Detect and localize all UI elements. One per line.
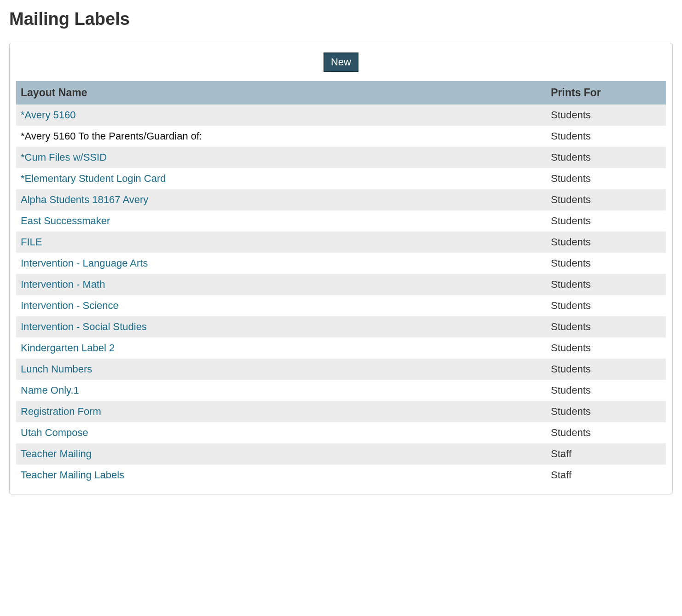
layout-link[interactable]: *Elementary Student Login Card (21, 173, 166, 184)
cell-layout-name: East Successmaker (16, 210, 546, 232)
cell-layout-name: Intervention - Math (16, 274, 546, 295)
cell-layout-name: *Cum Files w/SSID (16, 147, 546, 168)
cell-prints-for: Students (546, 147, 666, 168)
col-header-layout-name: Layout Name (16, 81, 546, 105)
table-row: Alpha Students 18167 AveryStudents (16, 189, 666, 210)
cell-prints-for: Students (546, 189, 666, 210)
layout-link[interactable]: Registration Form (21, 406, 101, 417)
cell-layout-name: Kindergarten Label 2 (16, 337, 546, 359)
table-row: Name Only.1Students (16, 380, 666, 401)
table-row: Lunch NumbersStudents (16, 359, 666, 380)
layout-link[interactable]: Teacher Mailing Labels (21, 469, 124, 481)
cell-prints-for: Students (546, 359, 666, 380)
table-row: Registration FormStudents (16, 401, 666, 422)
cell-layout-name: Teacher Mailing (16, 443, 546, 465)
cell-layout-name: FILE (16, 232, 546, 253)
cell-layout-name: *Elementary Student Login Card (16, 168, 546, 189)
button-row: New (16, 52, 666, 72)
cell-layout-name: Name Only.1 (16, 380, 546, 401)
table-row: Teacher Mailing LabelsStaff (16, 465, 666, 486)
cell-layout-name: Registration Form (16, 401, 546, 422)
mailing-labels-table: Layout Name Prints For *Avery 5160Studen… (16, 81, 666, 486)
cell-layout-name: Lunch Numbers (16, 359, 546, 380)
cell-layout-name: Intervention - Science (16, 295, 546, 316)
cell-layout-name: Alpha Students 18167 Avery (16, 189, 546, 210)
col-header-prints-for: Prints For (546, 81, 666, 105)
table-row: Teacher MailingStaff (16, 443, 666, 465)
cell-layout-name: Intervention - Social Studies (16, 316, 546, 337)
cell-prints-for: Students (546, 337, 666, 359)
table-row: Intervention - Language ArtsStudents (16, 253, 666, 274)
layout-link[interactable]: Intervention - Math (21, 279, 105, 290)
layout-link[interactable]: Name Only.1 (21, 384, 79, 396)
cell-prints-for: Students (546, 210, 666, 232)
cell-prints-for: Students (546, 422, 666, 443)
layout-link[interactable]: Utah Compose (21, 427, 88, 438)
table-row: FILEStudents (16, 232, 666, 253)
cell-prints-for: Students (546, 168, 666, 189)
cell-prints-for: Staff (546, 443, 666, 465)
table-header-row: Layout Name Prints For (16, 81, 666, 105)
layout-link[interactable]: *Avery 5160 (21, 109, 75, 121)
cell-prints-for: Students (546, 274, 666, 295)
table-row: Kindergarten Label 2Students (16, 337, 666, 359)
table-row: Intervention - ScienceStudents (16, 295, 666, 316)
layout-link[interactable]: Kindergarten Label 2 (21, 342, 115, 354)
layout-label: *Avery 5160 To the Parents/Guardian of: (21, 130, 202, 142)
table-row: Intervention - Social StudiesStudents (16, 316, 666, 337)
cell-layout-name: Intervention - Language Arts (16, 253, 546, 274)
layout-link[interactable]: Intervention - Science (21, 300, 119, 311)
layout-link[interactable]: Alpha Students 18167 Avery (21, 194, 148, 205)
page-title: Mailing Labels (9, 9, 673, 29)
cell-prints-for: Staff (546, 465, 666, 486)
cell-prints-for: Students (546, 316, 666, 337)
table-row: *Cum Files w/SSIDStudents (16, 147, 666, 168)
cell-layout-name: *Avery 5160 (16, 105, 546, 126)
cell-layout-name: Utah Compose (16, 422, 546, 443)
table-row: *Elementary Student Login CardStudents (16, 168, 666, 189)
layout-link[interactable]: Intervention - Social Studies (21, 321, 147, 332)
layout-link[interactable]: Lunch Numbers (21, 363, 92, 375)
cell-prints-for: Students (546, 253, 666, 274)
cell-prints-for: Students (546, 380, 666, 401)
new-button[interactable]: New (324, 52, 358, 72)
cell-prints-for: Students (546, 295, 666, 316)
cell-layout-name: *Avery 5160 To the Parents/Guardian of: (16, 126, 546, 147)
layout-link[interactable]: FILE (21, 236, 42, 248)
layout-link[interactable]: Intervention - Language Arts (21, 257, 148, 269)
cell-layout-name: Teacher Mailing Labels (16, 465, 546, 486)
table-row: *Avery 5160 To the Parents/Guardian of:S… (16, 126, 666, 147)
layout-link[interactable]: East Successmaker (21, 215, 110, 227)
table-row: Utah ComposeStudents (16, 422, 666, 443)
table-row: Intervention - MathStudents (16, 274, 666, 295)
table-row: *Avery 5160Students (16, 105, 666, 126)
table-row: East SuccessmakerStudents (16, 210, 666, 232)
layout-link[interactable]: Teacher Mailing (21, 448, 92, 459)
layout-link[interactable]: *Cum Files w/SSID (21, 151, 107, 163)
cell-prints-for: Students (546, 232, 666, 253)
cell-prints-for: Students (546, 401, 666, 422)
cell-prints-for: Students (546, 105, 666, 126)
cell-prints-for: Students (546, 126, 666, 147)
mailing-labels-panel: New Layout Name Prints For *Avery 5160St… (9, 43, 673, 494)
